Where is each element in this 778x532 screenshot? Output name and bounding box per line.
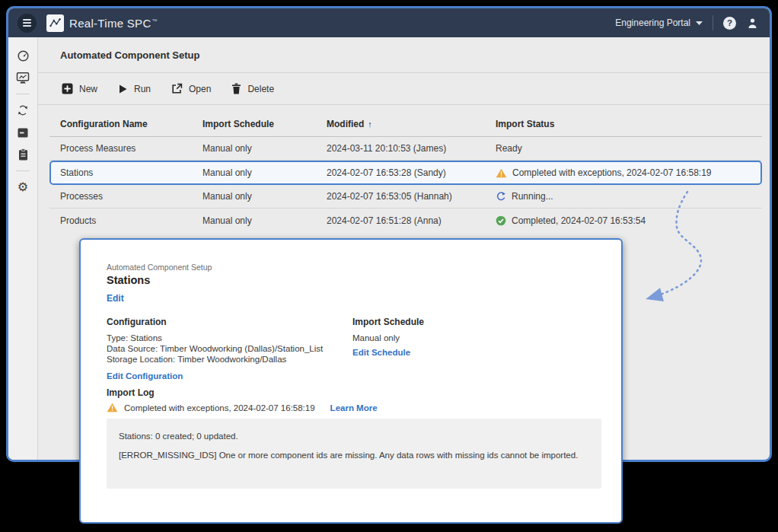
import-log-status-row: Completed with exceptions, 2024-02-07 16… bbox=[107, 403, 378, 413]
app-title: Real-Time SPC™ bbox=[69, 17, 158, 30]
play-icon bbox=[118, 84, 128, 94]
sidebar-item-tasks[interactable] bbox=[14, 146, 32, 163]
trademark-symbol: ™ bbox=[152, 18, 158, 24]
log-line: Stations: 0 created; 0 updated. bbox=[119, 432, 589, 441]
archive-box-icon bbox=[17, 127, 29, 139]
edit-configuration-link[interactable]: Edit Configuration bbox=[107, 371, 183, 381]
column-header-import-status[interactable]: Import Status bbox=[496, 119, 762, 129]
table-row-process-measures[interactable]: Process Measures Manual only 2024-03-11 … bbox=[49, 137, 762, 161]
help-button[interactable]: ? bbox=[723, 17, 736, 30]
plus-square-icon bbox=[62, 83, 73, 94]
status-text: Running... bbox=[512, 191, 553, 202]
user-account-button[interactable] bbox=[746, 17, 759, 30]
portal-switcher-dropdown[interactable]: Engineering Portal bbox=[615, 18, 703, 28]
hamburger-menu-button[interactable] bbox=[18, 14, 37, 33]
learn-more-link[interactable]: Learn More bbox=[330, 403, 378, 413]
configuration-data-source: Data Source: Timber Woodworking (Dallas)… bbox=[107, 344, 323, 355]
column-header-configuration-name[interactable]: Configuration Name bbox=[60, 119, 202, 129]
configuration-section: Configuration Type: Stations Data Source… bbox=[107, 317, 323, 382]
warning-icon bbox=[107, 403, 118, 413]
table-row-processes[interactable]: Processes Manual only 2024-02-07 16:53:0… bbox=[49, 185, 762, 209]
configuration-type: Type: Stations bbox=[107, 333, 323, 344]
portal-label: Engineering Portal bbox=[615, 18, 690, 28]
delete-button[interactable]: Delete bbox=[231, 83, 274, 94]
new-button[interactable]: New bbox=[62, 83, 97, 94]
breadcrumb: Automated Component Setup bbox=[107, 263, 212, 272]
sidebar-item-charts[interactable] bbox=[14, 69, 32, 86]
import-log-status-text: Completed with exceptions, 2024-02-07 16… bbox=[124, 403, 315, 413]
status-text: Ready bbox=[496, 143, 522, 154]
column-header-import-schedule[interactable]: Import Schedule bbox=[202, 119, 327, 129]
table-row-stations-selected[interactable]: Stations Manual only 2024-02-07 16:53:28… bbox=[49, 161, 762, 185]
edit-schedule-link[interactable]: Edit Schedule bbox=[352, 348, 410, 357]
success-check-icon bbox=[496, 215, 506, 226]
table-row-products[interactable]: Products Manual only 2024-02-07 16:51:28… bbox=[49, 209, 762, 232]
sidebar-item-sync[interactable] bbox=[14, 102, 32, 119]
stations-detail-panel: Automated Component Setup Stations Edit … bbox=[79, 238, 623, 524]
sidebar-divider bbox=[16, 94, 30, 94]
screenshot-canvas: Real-Time SPC™ Engineering Portal ? bbox=[0, 0, 778, 532]
status-text: Completed with exceptions, 2024-02-07 16… bbox=[512, 167, 712, 178]
import-schedule-section: Import Schedule Manual only Edit Schedul… bbox=[352, 317, 424, 358]
column-header-modified[interactable]: Modified↑ bbox=[327, 119, 496, 129]
import-schedule-value: Manual only bbox=[352, 333, 424, 342]
edit-link[interactable]: Edit bbox=[107, 293, 124, 304]
sidebar-divider bbox=[16, 170, 30, 171]
sidebar-item-storage[interactable] bbox=[14, 124, 32, 141]
app-logo bbox=[46, 14, 64, 32]
sort-ascending-icon: ↑ bbox=[368, 119, 372, 129]
gauge-dashboard-icon bbox=[17, 49, 30, 62]
actions-toolbar: New Run Open bbox=[38, 73, 770, 105]
warning-icon bbox=[496, 168, 507, 178]
running-refresh-icon bbox=[496, 191, 506, 202]
sync-icon bbox=[17, 104, 29, 116]
configurations-table: Configuration Name Import Schedule Modif… bbox=[49, 112, 762, 232]
import-log-output: Stations: 0 created; 0 updated. [ERROR_M… bbox=[107, 419, 601, 489]
configuration-storage-location: Storage Location: Timber Woodworking/Dal… bbox=[107, 355, 323, 365]
top-navigation-bar: Real-Time SPC™ Engineering Portal ? bbox=[8, 8, 770, 37]
page-title: Automated Component Setup bbox=[60, 49, 199, 61]
run-button[interactable]: Run bbox=[118, 84, 151, 94]
page-header: Automated Component Setup bbox=[38, 37, 770, 73]
chevron-down-icon bbox=[696, 21, 703, 25]
gear-icon: ⚙ bbox=[18, 181, 28, 193]
open-button[interactable]: Open bbox=[171, 83, 211, 94]
chart-monitor-icon bbox=[16, 72, 30, 84]
hamburger-icon bbox=[23, 19, 31, 21]
status-text: Completed, 2024-02-07 16:53:54 bbox=[512, 215, 646, 226]
left-icon-sidebar: ⚙ bbox=[8, 37, 38, 460]
detail-panel-title: Stations bbox=[107, 274, 150, 286]
topbar-divider bbox=[713, 15, 713, 30]
table-header-row: Configuration Name Import Schedule Modif… bbox=[49, 112, 762, 137]
sidebar-item-settings[interactable]: ⚙ bbox=[14, 179, 32, 196]
log-line: [ERROR_MISSING_IDS] One or more componen… bbox=[119, 451, 589, 460]
sidebar-item-dashboard[interactable] bbox=[14, 47, 32, 64]
question-mark-icon: ? bbox=[727, 18, 732, 27]
configuration-heading: Configuration bbox=[107, 317, 323, 327]
user-icon bbox=[746, 17, 759, 30]
import-log-heading: Import Log bbox=[107, 387, 155, 398]
clipboard-icon bbox=[18, 148, 29, 161]
trash-icon bbox=[231, 83, 241, 94]
open-external-icon bbox=[171, 83, 183, 94]
spc-chart-logo-icon bbox=[48, 16, 62, 30]
import-schedule-heading: Import Schedule bbox=[352, 317, 424, 327]
